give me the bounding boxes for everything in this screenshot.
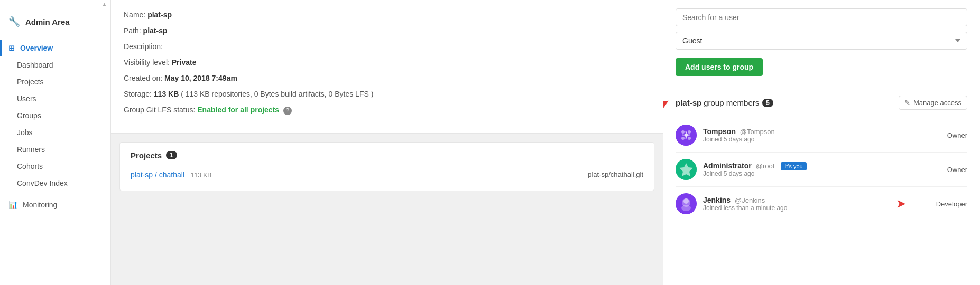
sidebar-item-dashboard[interactable]: Dashboard: [0, 56, 110, 73]
sidebar-item-label: ConvDev Index: [17, 179, 68, 187]
sidebar-item-projects[interactable]: Projects: [0, 73, 110, 90]
group-storage-row: Storage: 113 KB ( 113 KB repositories, 0…: [124, 90, 650, 98]
sidebar-item-label: Overview: [20, 44, 53, 52]
sidebar-item-users[interactable]: Users: [0, 90, 110, 107]
member-info-tompson: Tompson @Tompson Joined 5 days ago: [703, 127, 937, 143]
member-username: @Tompson: [740, 128, 775, 136]
svg-point-5: [685, 134, 688, 137]
name-label: Name:: [124, 11, 145, 19]
avatar-admin: [676, 159, 697, 180]
scroll-up-btn[interactable]: ▲: [101, 1, 107, 7]
project-size: 113 KB: [191, 172, 211, 179]
member-joined: Joined 5 days ago: [703, 136, 937, 143]
lfs-label: Group Git LFS status:: [124, 106, 195, 114]
member-row-tompson: Tompson @Tompson Joined 5 days ago Owner: [676, 118, 967, 153]
member-info-jenkins: Jenkins @Jenkins Joined less than a minu…: [703, 196, 926, 212]
overview-icon: ⊞: [8, 44, 15, 52]
projects-count-badge: 1: [166, 151, 177, 159]
manage-access-label: Manage access: [913, 99, 961, 107]
group-info-card: Name: plat-sp Path: plat-sp Description:…: [111, 0, 663, 134]
projects-header: Projects 1: [131, 151, 643, 160]
role-select[interactable]: Guest Reporter Developer Master Owner: [676, 32, 967, 50]
role-select-wrapper: Guest Reporter Developer Master Owner: [676, 32, 967, 58]
project-git-url: plat-sp/chathall.git: [588, 170, 643, 178]
lfs-help-icon[interactable]: ?: [283, 107, 292, 115]
sidebar-item-convdev[interactable]: ConvDev Index: [0, 175, 110, 192]
member-name-row: Jenkins @Jenkins: [703, 196, 926, 204]
members-title: plat-sp group members 5: [676, 98, 773, 107]
sidebar-header: 🔧 Admin Area: [0, 8, 110, 35]
sidebar-item-label: Monitoring: [23, 201, 57, 209]
member-info-admin: Administrator @root It's you Joined 5 da…: [703, 162, 937, 177]
members-group-name: plat-sp: [676, 98, 701, 107]
its-you-badge: It's you: [781, 162, 807, 170]
add-users-button[interactable]: Add users to group: [676, 58, 763, 76]
sidebar-item-jobs[interactable]: Jobs: [0, 124, 110, 141]
storage-label: Storage:: [124, 90, 152, 98]
group-path-row: Path: plat-sp: [124, 26, 650, 35]
visibility-label: Visibility level:: [124, 58, 170, 66]
members-section: ➤ plat-sp group members 5 ✎ Manage acces…: [663, 87, 980, 230]
member-username: @Jenkins: [735, 196, 765, 204]
sidebar-item-monitoring[interactable]: 📊 Monitoring: [0, 196, 110, 213]
members-count-badge: 5: [762, 99, 773, 107]
sidebar-item-groups[interactable]: Groups ➤: [0, 107, 110, 124]
member-name-row: Tompson @Tompson: [703, 127, 937, 136]
group-desc-row: Description:: [124, 42, 650, 51]
sidebar-item-cohorts[interactable]: Cohorts: [0, 158, 110, 175]
sidebar-item-label: Groups: [17, 111, 41, 120]
group-lfs-row: Group Git LFS status: Enabled for all pr…: [124, 106, 650, 115]
visibility-value: Private: [172, 58, 197, 66]
svg-point-1: [681, 130, 685, 134]
svg-point-4: [688, 137, 691, 140]
left-panel: Name: plat-sp Path: plat-sp Description:…: [111, 0, 663, 285]
svg-point-6: [685, 131, 687, 133]
storage-detail: ( 113 KB repositories, 0 Bytes build art…: [181, 90, 373, 98]
sidebar-item-label: Dashboard: [17, 61, 53, 69]
admin-area-title: Admin Area: [25, 17, 70, 26]
group-visibility-row: Visibility level: Private: [124, 58, 650, 66]
members-suffix: group members: [704, 98, 759, 107]
manage-access-button[interactable]: ✎ Manage access: [899, 96, 967, 110]
member-joined: Joined less than a minute ago: [703, 204, 926, 212]
lfs-value[interactable]: Enabled for all projects: [197, 106, 279, 114]
member-role-jenkins: Developer: [926, 200, 967, 208]
member-row-admin: Administrator @root It's you Joined 5 da…: [676, 153, 967, 187]
avatar-tompson: [676, 125, 697, 146]
members-header: plat-sp group members 5 ✎ Manage access: [676, 96, 967, 110]
sidebar-divider: [0, 194, 110, 194]
member-name: Jenkins: [703, 196, 731, 204]
edit-icon: ✎: [904, 99, 910, 107]
sidebar: ▲ 🔧 Admin Area ⊞ Overview Dashboard Proj…: [0, 0, 111, 285]
sidebar-item-overview[interactable]: ⊞ Overview: [0, 40, 110, 56]
path-label: Path:: [124, 26, 141, 35]
svg-point-3: [681, 137, 685, 140]
svg-rect-0: [676, 125, 697, 146]
sidebar-item-label: Users: [17, 94, 36, 103]
sidebar-item-label: Cohorts: [17, 162, 43, 170]
add-users-section: Guest Reporter Developer Master Owner Ad…: [663, 0, 980, 87]
member-role-admin: Owner: [937, 166, 967, 174]
main-content: Name: plat-sp Path: plat-sp Description:…: [111, 0, 980, 285]
members-red-arrow: ➤: [663, 95, 671, 110]
member-name: Tompson: [703, 127, 736, 136]
desc-label: Description:: [124, 42, 163, 51]
right-panel: Guest Reporter Developer Master Owner Ad…: [663, 0, 980, 285]
project-link[interactable]: plat-sp / chathall: [131, 170, 184, 179]
sidebar-item-label: Projects: [17, 78, 44, 86]
sidebar-item-runners[interactable]: Runners: [0, 141, 110, 158]
member-name-row: Administrator @root It's you: [703, 162, 937, 170]
member-username: @root: [756, 162, 775, 170]
group-name-row: Name: plat-sp: [124, 11, 650, 19]
created-value: May 10, 2018 7:49am: [164, 74, 237, 82]
svg-point-8: [682, 134, 684, 136]
search-user-input[interactable]: [676, 8, 967, 26]
group-created-row: Created on: May 10, 2018 7:49am: [124, 74, 650, 82]
avatar-jenkins: [676, 193, 697, 214]
created-label: Created on:: [124, 74, 162, 82]
sidebar-item-label: Runners: [17, 145, 45, 154]
sidebar-nav: ⊞ Overview Dashboard Projects Users Grou…: [0, 35, 110, 217]
storage-value: 113 KB: [154, 90, 179, 98]
path-value: plat-sp: [143, 26, 168, 35]
project-row: plat-sp / chathall 113 KB plat-sp/chatha…: [131, 167, 643, 182]
